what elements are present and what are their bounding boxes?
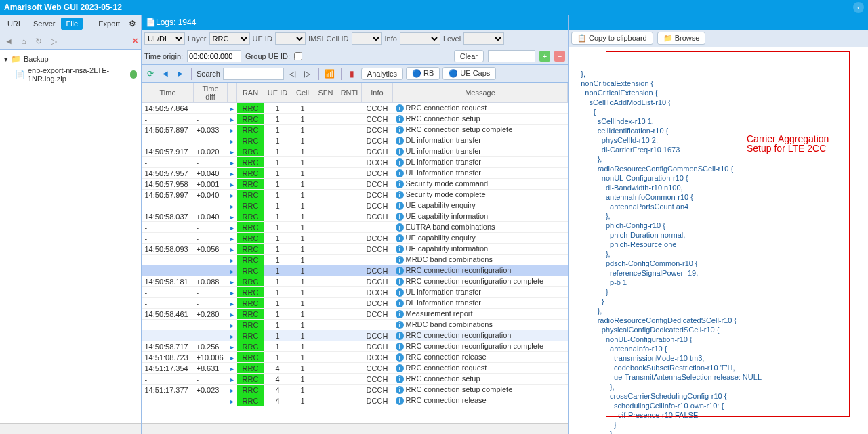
table-row[interactable]: --▸RRC11iMRDC band combinations <box>142 320 568 330</box>
server-button[interactable]: Server <box>28 18 60 30</box>
code-viewer[interactable]: }, nonCriticalExtension { nonCriticalExt… <box>569 47 868 434</box>
left-scrollbar[interactable] <box>0 423 141 434</box>
add-filter-icon[interactable]: + <box>539 51 550 62</box>
collapse-left-panel-icon[interactable]: ‹ <box>853 2 864 13</box>
table-row[interactable]: 14:50:58.037+0.040▸RRC11DCCHiUE capabili… <box>142 211 568 222</box>
bars-icon[interactable]: ▮ <box>346 68 358 80</box>
table-row[interactable]: 14:50:58.181+0.088▸RRC11DCCHiRRC connect… <box>142 276 568 287</box>
direction-icon: ▸ <box>230 300 234 307</box>
table-row[interactable]: 14:50:57.997+0.040▸RRC11DCCHiSecurity mo… <box>142 190 568 200</box>
mid-scrollbar[interactable] <box>142 423 568 434</box>
search-back-icon[interactable]: ◁ <box>287 68 299 80</box>
home-icon[interactable]: ⌂ <box>18 35 30 47</box>
column-header[interactable]: Message <box>393 83 568 103</box>
table-row[interactable]: 14:50:57.958+0.001▸RRC11DCCHiSecurity mo… <box>142 179 568 190</box>
search-input[interactable] <box>223 68 284 80</box>
table-row[interactable]: --▸RRC11iMRDC band combinations <box>142 255 568 265</box>
prev-icon[interactable]: ◀ <box>159 68 171 80</box>
table-row[interactable]: --▸RRC41DCCHiRRC connection release <box>142 395 568 406</box>
table-row[interactable]: --▸RRC11DCCHiRRC connection reconfigurat… <box>142 330 568 341</box>
table-row[interactable]: 14:50:58.717+0.256▸RRC11DCCHiRRC connect… <box>142 341 568 352</box>
back-icon[interactable]: ◄ <box>3 35 15 47</box>
copy-button[interactable]: 📋 Copy to clipboard <box>571 32 653 45</box>
layer-filter[interactable]: RRC <box>209 32 250 45</box>
app-title: Amarisoft Web GUI 2023-05-12 <box>4 3 122 12</box>
export-button[interactable]: Export <box>94 18 125 30</box>
search-fwd-icon[interactable]: ▷ <box>302 68 314 80</box>
direction-icon: ▸ <box>230 376 234 383</box>
remove-filter-icon[interactable]: − <box>554 51 565 62</box>
info-icon: i <box>396 288 404 297</box>
ueid-filter[interactable] <box>275 32 306 45</box>
annotation-text: Carrier Aggregation Setup for LTE 2CC <box>747 134 829 153</box>
column-header[interactable]: SFN <box>314 83 337 103</box>
time-origin-input[interactable] <box>187 50 241 62</box>
browse-button[interactable]: 📁 Browse <box>657 32 706 45</box>
column-header[interactable]: Info <box>362 83 393 103</box>
reload-icon[interactable]: ↻ <box>33 35 45 47</box>
analytics-button[interactable]: Analytics <box>361 68 403 80</box>
column-header[interactable]: Time <box>142 83 194 103</box>
table-row[interactable]: 14:50:57.917+0.020▸RRC11DCCHiUL informat… <box>142 146 568 157</box>
column-header[interactable]: Time diff <box>194 83 228 103</box>
level-filter[interactable] <box>463 32 504 45</box>
logs-panel: Logs: 1944 UL/DL Layer RRC UE ID IMSI Ce… <box>142 15 569 434</box>
play-icon[interactable]: ▷ <box>47 35 60 47</box>
rb-button[interactable]: 🔵 RB <box>406 67 440 80</box>
log-table-wrap[interactable]: TimeTime diffRANUE IDCellSFNRNTIInfoMess… <box>142 83 568 423</box>
direction-icon: ▸ <box>230 235 234 242</box>
close-icon[interactable]: ✕ <box>132 37 138 45</box>
group-ueid-checkbox[interactable] <box>294 52 302 60</box>
table-row[interactable]: --▸RRC11DCCHiUE capability enquiry <box>142 233 568 244</box>
direction-icon: ▸ <box>230 257 234 264</box>
column-header[interactable]: RNTI <box>337 83 362 103</box>
file-button[interactable]: File <box>61 18 83 30</box>
info-icon: i <box>396 343 404 351</box>
table-row[interactable]: --▸RRC11DCCHiDL information transfer <box>142 157 568 168</box>
gear-icon[interactable]: ⚙ <box>126 18 138 30</box>
table-row[interactable]: --▸RRC11iEUTRA band combinations <box>142 222 568 233</box>
cellid-filter[interactable] <box>352 32 382 45</box>
info-icon: i <box>396 256 404 264</box>
table-row[interactable]: 14:50:58.461+0.280▸RRC11DCCHiMeasurement… <box>142 309 568 320</box>
clear-input[interactable] <box>488 50 535 62</box>
table-row[interactable]: --▸RRC11DCCHiUL information transfer <box>142 287 568 298</box>
column-header[interactable]: UE ID <box>264 83 291 103</box>
clear-button[interactable]: Clear <box>454 50 484 62</box>
table-row[interactable]: --▸RRC11DCCHiRRC connection reconfigurat… <box>142 265 568 276</box>
direction-icon: ▸ <box>230 213 234 221</box>
reload-search-icon[interactable]: ⟳ <box>144 68 157 80</box>
search-label: Search <box>197 70 220 78</box>
table-row[interactable]: --▸RRC11DCCHiUE capability enquiry <box>142 200 568 211</box>
column-header[interactable]: Cell <box>291 83 314 103</box>
log-table: TimeTime diffRANUE IDCellSFNRNTIInfoMess… <box>142 83 568 406</box>
url-button[interactable]: URL <box>3 18 27 30</box>
table-row[interactable]: 14:50:57.957+0.040▸RRC11DCCHiUL informat… <box>142 168 568 179</box>
table-row[interactable]: --▸RRC11DCCHiDL information transfer <box>142 135 568 146</box>
column-header[interactable]: RAN <box>237 83 264 103</box>
tree-folder-backup[interactable]: ▾ Backup <box>4 53 137 65</box>
detail-header <box>569 15 868 30</box>
direction-icon: ▸ <box>230 267 234 275</box>
table-row[interactable]: --▸RRC11CCCHiRRC connection setup <box>142 114 568 125</box>
next-icon[interactable]: ▶ <box>174 68 186 80</box>
uldl-filter[interactable]: UL/DL <box>144 32 185 45</box>
table-row[interactable]: --▸RRC41CCCHiRRC connection setup <box>142 374 568 385</box>
table-row[interactable]: --▸RRC11DCCHiDL information transfer <box>142 298 568 309</box>
left-toolbar: URL Server File Export ⚙ <box>0 15 141 32</box>
filter-row: UL/DL Layer RRC UE ID IMSI Cell ID Info … <box>142 30 568 47</box>
file-tree: ▾ Backup enb-export-nr-nsa-2LTE-1NR.log.… <box>0 50 141 423</box>
table-row[interactable]: 14:50:58.093+0.056▸RRC11DCCHiUE capabili… <box>142 244 568 255</box>
table-row[interactable]: 14:50:57.864▸RRC11CCCHiRRC connection re… <box>142 103 568 114</box>
table-row[interactable]: 14:51:08.723+10.006▸RRC11DCCHiRRC connec… <box>142 352 568 363</box>
table-row[interactable]: 14:50:57.897+0.033▸RRC11DCCHiRRC connect… <box>142 125 568 135</box>
table-row[interactable]: 14:51:17.354+8.631▸RRC41CCCHiRRC connect… <box>142 363 568 374</box>
table-row[interactable]: 14:51:17.377+0.023▸RRC41DCCHiRRC connect… <box>142 385 568 395</box>
info-filter[interactable] <box>400 32 440 45</box>
ue-caps-button[interactable]: 🔵 UE Caps <box>442 67 496 80</box>
tree-file-item[interactable]: enb-export-nr-nsa-2LTE-1NR.log.zip <box>4 65 137 84</box>
cell-icon[interactable]: 📶 <box>324 68 336 80</box>
imsi-label: IMSI <box>308 35 324 43</box>
column-header[interactable] <box>228 83 237 103</box>
info-icon: i <box>396 180 404 188</box>
